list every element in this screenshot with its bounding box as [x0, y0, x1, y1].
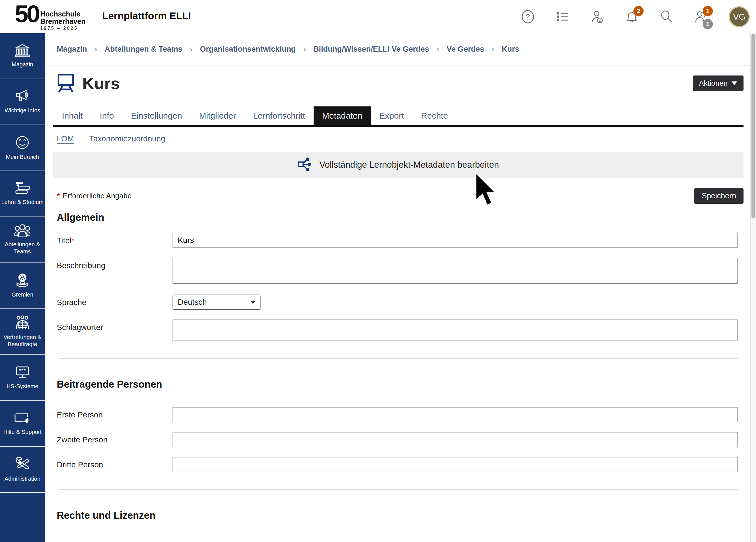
section-title-allgemein: Allgemein [57, 212, 750, 223]
zweite-person-label: Zweite Person [57, 432, 173, 444]
course-board-icon [57, 73, 75, 93]
sidebar-item-lehre-studium[interactable]: Lehre & Studium [0, 171, 45, 217]
tools-icon [15, 457, 30, 472]
full-metadata-link[interactable]: Vollständige Lernobjekt-Metadaten bearbe… [53, 152, 744, 178]
section-title-beitragende: Beitragende Personen [57, 379, 750, 390]
sidebar-item-mein-bereich[interactable]: Mein Bereich [0, 125, 45, 171]
list-icon[interactable] [556, 10, 569, 24]
sidebar-item-administration[interactable]: Administration [0, 447, 45, 493]
sidebar-item-label: Abteilungen & Teams [1, 241, 44, 255]
titel-label: Titel* [57, 233, 173, 245]
tab-metadaten[interactable]: Metadaten [314, 106, 371, 125]
section-divider [59, 489, 738, 490]
committee-icon [15, 274, 30, 288]
person-alert-icon[interactable] [590, 10, 604, 24]
top-header: 50 Hochschule Bremerhaven 1975 – 2025 Le… [0, 0, 756, 33]
breadcrumb-separator: › [95, 44, 97, 54]
breadcrumb-item[interactable]: Kurs [502, 45, 519, 54]
bell-badge: 2 [633, 6, 644, 16]
beschreibung-textarea[interactable] [173, 258, 738, 284]
sidebar-item-abteilungen-teams[interactable]: Abteilungen & Teams [0, 217, 45, 263]
chevron-down-icon [250, 301, 255, 304]
erste-person-label: Erste Person [57, 407, 173, 419]
scrollbar-thumb[interactable] [751, 34, 755, 218]
sprache-select[interactable]: Deutsch [173, 295, 261, 310]
logo-name-line1: Hochschule [40, 10, 86, 18]
titel-input[interactable] [173, 233, 738, 248]
sidebar-item-magazin[interactable]: Magazin [0, 33, 45, 79]
beschreibung-label: Beschreibung [57, 258, 173, 270]
save-button[interactable]: Speichern [694, 188, 744, 204]
subtab-taxonomiezuordnung[interactable]: Taxonomiezuordnung [89, 134, 165, 143]
breadcrumb-bar: Magazin › Abteilungen & Teams › Organisa… [45, 33, 750, 66]
svg-text:?: ? [526, 12, 530, 21]
monitor-icon: *** [15, 366, 30, 380]
sidebar-item-label: HS-Systeme [7, 383, 38, 390]
breadcrumb-separator: › [303, 44, 306, 54]
schlagwoerter-input[interactable] [173, 320, 738, 341]
breadcrumb-item[interactable]: Bildung/Wissen/ELLI Ve Gerdes [313, 45, 429, 54]
copyright-label: Copyright [57, 540, 173, 542]
subtab-lom[interactable]: LOM [57, 134, 74, 143]
tab-info[interactable]: Info [91, 106, 122, 125]
tab-export[interactable]: Export [371, 106, 413, 125]
breadcrumb-item[interactable]: Magazin [57, 45, 87, 54]
search-icon[interactable] [660, 10, 673, 24]
sidebar-item-label: Vertretungen & Beauftragte [1, 334, 44, 348]
sprache-select-value: Deutsch [178, 298, 207, 307]
sidebar-item-label: Administration [5, 475, 41, 482]
sidebar-item-label: Hilfe & Support [3, 428, 42, 436]
sidebar-item-gremien[interactable]: Gremien [0, 263, 45, 309]
sidebar-item-wichtige-infos[interactable]: Wichtige Infos [0, 79, 45, 125]
contacts-badge-top: 1 [703, 6, 713, 16]
section-divider [59, 358, 738, 359]
breadcrumb-separator: › [436, 44, 439, 54]
tab-inhalt[interactable]: Inhalt [53, 106, 91, 125]
avatar[interactable]: VG [729, 6, 750, 27]
megaphone-icon [15, 90, 30, 104]
breadcrumb-item[interactable]: Abteilungen & Teams [105, 45, 182, 54]
sidebar-item-label: Gremien [12, 291, 33, 298]
zweite-person-input[interactable] [173, 432, 738, 447]
required-asterisk: * [72, 236, 75, 245]
subtab-bar: LOM Taxonomiezuordnung [45, 127, 750, 143]
section-title-rechte: Rechte und Lizenzen [57, 510, 750, 521]
breadcrumb: Magazin › Abteilungen & Teams › Organisa… [57, 44, 519, 54]
actions-button-label: Aktionen [699, 79, 728, 88]
globe-people-icon [15, 316, 30, 331]
books-icon [15, 182, 30, 196]
notifications-bell-icon[interactable]: 2 [625, 10, 639, 24]
sprache-label: Sprache [57, 295, 173, 307]
main-sidebar: Magazin Wichtige Infos Mein Bereich Lehr… [0, 33, 45, 542]
bank-icon [15, 44, 30, 58]
dritte-person-input[interactable] [173, 457, 738, 472]
breadcrumb-item[interactable]: Organisationsentwicklung [200, 45, 296, 54]
app-title: Lernplattform ELLI [102, 10, 191, 22]
full-metadata-link-label: Vollständige Lernobjekt-Metadaten bearbe… [320, 160, 499, 170]
breadcrumb-item[interactable]: Ve Gerdes [447, 45, 484, 54]
smiley-icon [15, 135, 30, 151]
svg-text:***: *** [19, 367, 26, 374]
actions-button[interactable]: Aktionen [693, 75, 744, 91]
tab-lernfortschritt[interactable]: Lernfortschritt [245, 106, 314, 125]
sidebar-item-hs-systeme[interactable]: *** HS-Systeme [0, 355, 45, 401]
sidebar-item-label: Mein Bereich [6, 154, 39, 161]
tab-mitglieder[interactable]: Mitglieder [191, 106, 245, 125]
contacts-icon[interactable]: 1 1 [694, 10, 708, 24]
sidebar-item-label: Lehre & Studium [1, 199, 44, 206]
sidebar-filler [0, 493, 45, 542]
contacts-badge-bottom: 1 [703, 19, 713, 29]
page-title: Kurs [82, 74, 120, 93]
tab-einstellungen[interactable]: Einstellungen [122, 106, 190, 125]
sidebar-item-vertretungen[interactable]: Vertretungen & Beauftragte [0, 309, 45, 355]
university-logo: 50 Hochschule Bremerhaven 1975 – 2025 [15, 3, 85, 31]
erste-person-input[interactable] [173, 407, 738, 422]
svg-text:?: ? [26, 419, 28, 423]
sidebar-item-hilfe-support[interactable]: ? Hilfe & Support [0, 401, 45, 447]
sidebar-item-label: Wichtige Infos [5, 107, 40, 114]
help-icon[interactable]: ? [521, 10, 535, 24]
logo-years: 1975 – 2025 [40, 26, 86, 31]
tab-rechte[interactable]: Rechte [413, 106, 457, 125]
mail-question-icon: ? [14, 412, 30, 426]
metadata-hub-icon [298, 157, 313, 173]
